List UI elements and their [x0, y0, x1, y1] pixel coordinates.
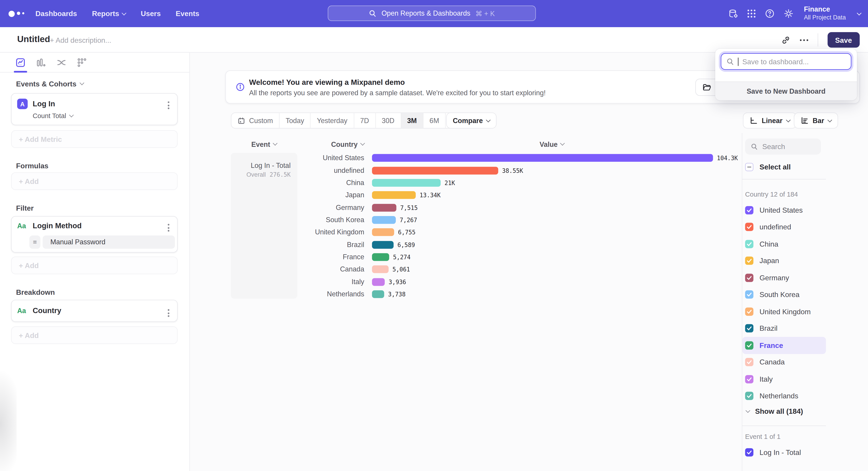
checkbox-germany[interactable]	[745, 273, 753, 282]
apps-grid-icon[interactable]	[747, 9, 756, 18]
save-to-dashboard-field[interactable]	[721, 53, 851, 70]
mixpanel-logo-icon[interactable]	[8, 7, 26, 21]
legend-item-brazil[interactable]: Brazil	[742, 320, 826, 337]
save-button[interactable]: Save	[827, 32, 860, 48]
legend-item-united-kingdom[interactable]: United Kingdom	[742, 303, 826, 320]
bar-south-korea[interactable]	[372, 216, 396, 224]
bar-netherlands[interactable]	[372, 290, 384, 298]
bar-france[interactable]	[372, 253, 389, 261]
range-today[interactable]: Today	[279, 113, 310, 128]
legend-item-netherlands[interactable]: Netherlands	[742, 387, 826, 405]
legend-item-italy[interactable]: Italy	[742, 371, 826, 387]
report-title[interactable]: Untitled	[17, 34, 50, 45]
metric-event-name[interactable]: Log In	[33, 100, 55, 108]
range-custom[interactable]: Custom	[231, 113, 279, 128]
bar-canada[interactable]	[372, 266, 389, 273]
checkbox-france[interactable]	[745, 341, 753, 350]
global-search-button[interactable]: Open Reports & Dashboards ⌘ + K	[328, 5, 536, 21]
tab-insights[interactable]	[15, 57, 26, 68]
metric-card[interactable]: A Log In Count Total	[11, 93, 178, 125]
legend-search[interactable]	[745, 139, 821, 154]
checkbox-brazil[interactable]	[745, 324, 753, 332]
add-formula-button[interactable]: + Add	[11, 172, 178, 190]
add-filter-button[interactable]: + Add	[11, 257, 178, 274]
settings-gear-icon[interactable]	[783, 8, 794, 19]
bar-japan[interactable]	[372, 191, 416, 199]
save-to-new-dashboard-button[interactable]: Save to New Dashboard	[715, 82, 857, 100]
data-management-icon[interactable]	[728, 8, 739, 19]
metric-aggregation[interactable]: Count Total	[33, 112, 73, 120]
scale-selector-button[interactable]: Linear	[743, 112, 796, 128]
nav-item-users[interactable]: Users	[141, 9, 161, 18]
checkbox-united-states[interactable]	[745, 206, 753, 214]
checkbox-italy[interactable]	[745, 375, 753, 383]
bar-united-kingdom[interactable]	[372, 229, 394, 236]
select-all-row[interactable]: Select all	[745, 163, 791, 171]
legend-item-united-states[interactable]: United States	[742, 202, 826, 218]
project-switcher[interactable]: Finance All Project Data	[804, 6, 846, 21]
save-to-dashboard-input[interactable]	[742, 57, 845, 66]
tab-retention[interactable]	[76, 57, 88, 68]
more-actions-icon[interactable]	[800, 39, 808, 41]
event-group-cell[interactable]: Log In - Total Overall 276.5K	[231, 153, 297, 299]
legend-item-germany[interactable]: Germany	[742, 269, 826, 286]
copy-link-icon[interactable]	[781, 35, 790, 45]
bar-united-states[interactable]	[372, 154, 713, 162]
checkbox-log-in-total[interactable]	[745, 448, 753, 457]
tab-flows[interactable]	[56, 57, 67, 68]
select-all-checkbox[interactable]	[745, 163, 753, 171]
legend-item-china[interactable]: China	[742, 235, 826, 253]
help-icon[interactable]	[765, 8, 775, 19]
add-description-field[interactable]: + Add description...	[50, 36, 111, 45]
checkbox-japan[interactable]	[745, 257, 753, 265]
chevron-down-icon	[273, 141, 278, 146]
show-all-button[interactable]: Show all (184)	[746, 407, 803, 416]
filter-property-name[interactable]: Login Method	[33, 222, 82, 230]
column-header-value[interactable]: Value	[527, 141, 577, 148]
nav-item-reports[interactable]: Reports	[92, 9, 126, 18]
checkbox-canada[interactable]	[745, 358, 753, 366]
filter-operator[interactable]: =	[29, 235, 40, 249]
events-cohorts-header[interactable]: Events & Cohorts	[16, 80, 84, 88]
checkbox-united-kingdom[interactable]	[745, 307, 753, 316]
range-3m[interactable]: 3M	[401, 113, 423, 128]
metric-more-icon[interactable]	[166, 100, 171, 111]
column-header-country[interactable]: Country	[297, 141, 364, 148]
bar-italy[interactable]	[372, 278, 385, 286]
add-metric-button[interactable]: + Add Metric	[11, 130, 178, 148]
legend-item-undefined[interactable]: undefined	[742, 218, 826, 235]
bar-germany[interactable]	[372, 204, 397, 211]
checkbox-undefined[interactable]	[745, 223, 753, 231]
column-header-event[interactable]: Event	[231, 141, 297, 148]
checkbox-china[interactable]	[745, 240, 753, 248]
bar-undefined[interactable]	[372, 167, 498, 174]
filter-more-icon[interactable]	[166, 222, 171, 233]
legend-item-south-korea[interactable]: South Korea	[742, 286, 826, 303]
range-7d[interactable]: 7D	[353, 113, 375, 128]
legend-item-france[interactable]: France	[742, 337, 826, 354]
range-30d[interactable]: 30D	[375, 113, 401, 128]
legend-item-log-in-total[interactable]: Log In - Total	[742, 444, 826, 461]
breakdown-more-icon[interactable]	[166, 307, 171, 319]
range-6m[interactable]: 6M	[423, 113, 445, 128]
tab-funnels[interactable]	[35, 57, 46, 68]
breakdown-card[interactable]: Aa Country	[11, 300, 178, 322]
breakdown-property-name[interactable]: Country	[33, 306, 61, 315]
bar-brazil[interactable]	[372, 241, 394, 248]
chart-row: United States104.3K	[297, 152, 740, 164]
legend-item-japan[interactable]: Japan	[742, 253, 826, 269]
add-breakdown-button[interactable]: + Add	[11, 326, 178, 344]
chart-type-button[interactable]: Bar	[794, 112, 838, 128]
range-yesterday[interactable]: Yesterday	[310, 113, 353, 128]
compare-button[interactable]: Compare	[446, 112, 497, 128]
nav-item-events[interactable]: Events	[176, 9, 199, 18]
check-icon	[746, 359, 752, 365]
nav-item-dashboards[interactable]: Dashboards	[35, 9, 77, 18]
bar-china[interactable]	[372, 179, 441, 187]
filter-card[interactable]: Aa Login Method = Manual Password	[11, 216, 178, 253]
legend-search-input[interactable]	[762, 142, 815, 151]
checkbox-south-korea[interactable]	[745, 291, 753, 299]
legend-item-canada[interactable]: Canada	[742, 354, 826, 371]
filter-value[interactable]: Manual Password	[43, 235, 175, 249]
checkbox-netherlands[interactable]	[745, 392, 753, 400]
